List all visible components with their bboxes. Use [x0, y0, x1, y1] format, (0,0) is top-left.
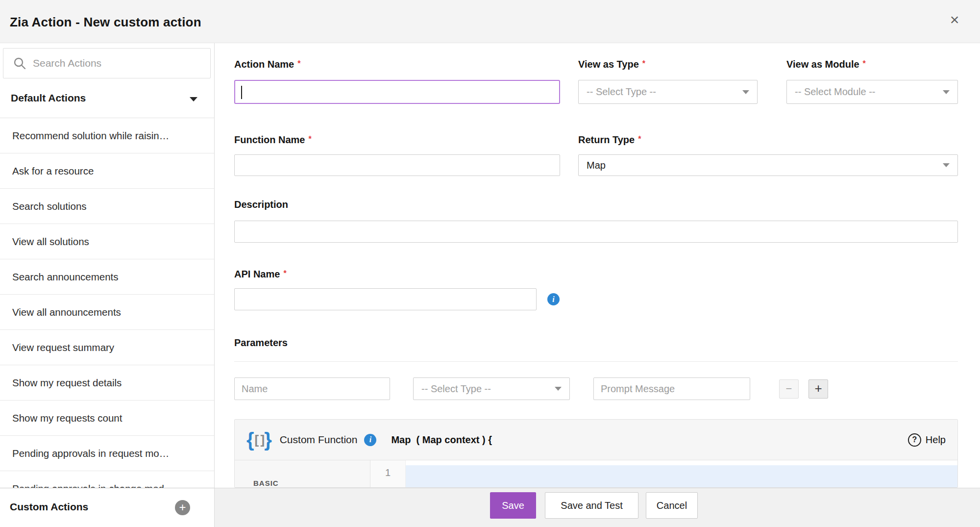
- help-label: Help: [926, 434, 946, 446]
- view-as-module-value: -- Select Module --: [795, 86, 938, 98]
- dialog-title: Zia Action - New custom action: [10, 15, 201, 30]
- description-input[interactable]: [234, 221, 958, 243]
- custom-actions-label: Custom Actions: [10, 501, 88, 513]
- required-asterisk: *: [297, 59, 300, 68]
- add-parameter-button[interactable]: +: [808, 379, 828, 399]
- sidebar-item[interactable]: Show my request details: [0, 365, 214, 401]
- param-type-value: -- Select Type --: [421, 383, 550, 395]
- function-name-label: Function Name*: [234, 134, 312, 146]
- action-name-label: Action Name*: [234, 59, 300, 70]
- sidebar-item[interactable]: View all announcements: [0, 295, 214, 330]
- sidebar-group-label: Default Actions: [11, 92, 86, 104]
- function-signature: Map ( Map context ) {: [391, 434, 492, 446]
- custom-function-icon: {[ ]}: [246, 427, 272, 452]
- sidebar-item[interactable]: Search solutions: [0, 189, 214, 224]
- required-asterisk: *: [863, 59, 866, 68]
- add-custom-action-button[interactable]: +: [175, 500, 190, 515]
- sidebar-item[interactable]: View request summary: [0, 330, 214, 365]
- required-asterisk: *: [638, 135, 641, 143]
- api-name-label: API Name*: [234, 269, 287, 280]
- required-asterisk: *: [642, 59, 645, 68]
- sidebar-footer: Custom Actions +: [0, 488, 215, 527]
- prompt-message-input[interactable]: [593, 377, 750, 400]
- save-and-test-button[interactable]: Save and Test: [545, 492, 638, 519]
- dialog-header: Zia Action - New custom action ×: [0, 0, 980, 43]
- view-as-module-select[interactable]: -- Select Module --: [786, 80, 958, 104]
- help-button[interactable]: ? Help: [908, 433, 946, 447]
- info-icon[interactable]: i: [364, 434, 376, 446]
- sidebar-item[interactable]: Search announcements: [0, 259, 214, 295]
- editor-palette-tab-basic[interactable]: BASIC: [253, 479, 279, 487]
- custom-function-body: BASIC 1: [235, 460, 957, 488]
- param-name-input[interactable]: [234, 377, 390, 400]
- close-icon[interactable]: ×: [945, 10, 964, 29]
- sidebar-item[interactable]: Show my requests count: [0, 401, 214, 436]
- description-label: Description: [234, 199, 288, 210]
- search-icon: [13, 57, 26, 70]
- zia-action-dialog: Zia Action - New custom action × Default…: [0, 0, 980, 527]
- sidebar: Default Actions Recommend solution while…: [0, 43, 215, 488]
- param-type-select[interactable]: -- Select Type --: [413, 377, 570, 400]
- editor-palette: BASIC: [235, 460, 370, 488]
- function-name-input[interactable]: [234, 154, 560, 176]
- parameters-heading: Parameters: [234, 337, 288, 349]
- chevron-down-icon: [943, 163, 950, 167]
- custom-function-header: {[ ]} Custom Function i Map ( Map contex…: [235, 420, 957, 460]
- chevron-down-icon: [555, 387, 562, 391]
- chevron-down-icon: [742, 90, 749, 94]
- required-asterisk: *: [308, 135, 311, 143]
- custom-function-title: Custom Function: [280, 434, 358, 446]
- sidebar-action-list: Recommend solution while raisin…Ask for …: [0, 118, 214, 488]
- required-asterisk: *: [283, 269, 286, 277]
- sidebar-item[interactable]: Recommend solution while raisin…: [0, 118, 214, 153]
- active-line-highlight: [406, 465, 957, 488]
- chevron-down-icon: [190, 97, 197, 101]
- help-icon: ?: [908, 433, 921, 447]
- chevron-down-icon: [943, 90, 950, 94]
- sidebar-item[interactable]: View all solutions: [0, 224, 214, 259]
- view-as-type-label: View as Type*: [578, 59, 645, 70]
- sidebar-item[interactable]: Ask for a resource: [0, 153, 214, 189]
- view-as-module-label: View as Module*: [786, 59, 866, 70]
- sidebar-group-default-actions[interactable]: Default Actions: [0, 80, 214, 118]
- save-button[interactable]: Save: [490, 492, 536, 519]
- custom-function-panel: {[ ]} Custom Function i Map ( Map contex…: [234, 419, 958, 488]
- info-icon[interactable]: i: [547, 293, 560, 305]
- code-editor[interactable]: [406, 460, 957, 488]
- divider: [234, 361, 958, 362]
- view-as-type-value: -- Select Type --: [587, 86, 737, 98]
- view-as-type-select[interactable]: -- Select Type --: [578, 80, 758, 104]
- return-type-label: Return Type*: [578, 134, 641, 146]
- editor-line-number: 1: [370, 460, 406, 488]
- search-actions-box: [3, 48, 211, 78]
- return-type-value: Map: [587, 160, 938, 171]
- api-name-input[interactable]: [234, 288, 537, 310]
- sidebar-item[interactable]: Pending approvals in request mo…: [0, 436, 214, 471]
- sidebar-item[interactable]: Pending approvals in change mod: [0, 471, 214, 488]
- action-name-input[interactable]: [234, 80, 560, 104]
- return-type-select[interactable]: Map: [578, 154, 958, 176]
- dialog-footer: Save Save and Test Cancel: [215, 488, 980, 527]
- text-cursor: [241, 86, 242, 99]
- cancel-button[interactable]: Cancel: [646, 492, 698, 519]
- plus-icon: +: [179, 501, 186, 514]
- remove-parameter-button[interactable]: −: [779, 379, 799, 399]
- search-input[interactable]: [33, 57, 195, 69]
